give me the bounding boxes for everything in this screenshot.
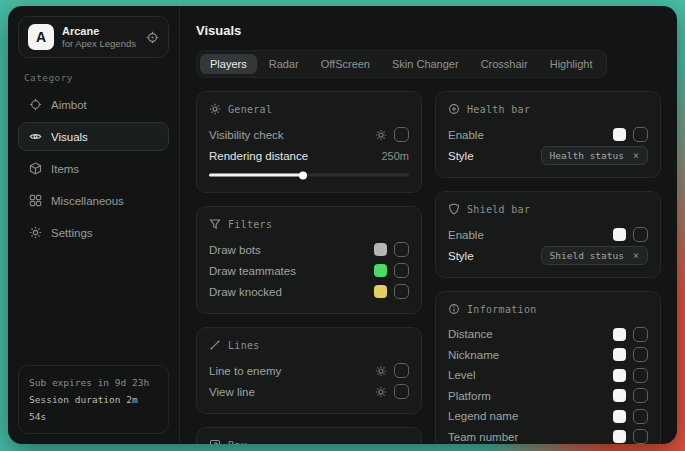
slider-fill [209,174,303,177]
sidebar-item-label: Visuals [51,131,88,143]
setting-row-shield-style: Style Shield status × [448,245,648,266]
draw-knocked-checkbox[interactable] [394,284,409,299]
color-swatch[interactable] [613,369,626,382]
section-title: Filters [228,219,272,230]
gear-icon[interactable] [375,365,387,377]
health-style-select[interactable]: Health status × [541,146,648,165]
clear-icon[interactable]: × [633,151,639,161]
sidebar-item-label: Settings [51,227,93,239]
setting-row-health-style: Style Health status × [448,145,648,166]
line-to-enemy-checkbox[interactable] [394,363,409,378]
draw-teammates-checkbox[interactable] [394,263,409,278]
shield-icon [448,203,460,215]
gear-icon[interactable] [375,129,387,141]
section-title: General [228,104,272,115]
platform-checkbox[interactable] [633,388,648,403]
grid-icon [29,194,42,207]
color-swatch[interactable] [613,389,626,402]
rendering-distance-slider[interactable] [209,169,409,181]
setting-row-team-number: Team number [448,427,648,445]
legend-name-checkbox[interactable] [633,409,648,424]
sidebar-item-settings[interactable]: Settings [18,218,169,247]
box-icon [209,439,221,444]
color-swatch[interactable] [613,328,626,341]
sidebar-item-items[interactable]: Items [18,154,169,183]
sidebar: A Arcane for Apex Legends Category Aimbo… [8,6,180,444]
setting-row-shield-enable: Enable [448,224,648,245]
gear-icon [29,226,42,239]
color-swatch[interactable] [374,243,387,256]
sun-icon [209,103,221,115]
category-label: Category [24,72,163,83]
select-value: Shield status [550,250,624,261]
color-swatch[interactable] [613,430,626,443]
section-title: Shield bar [467,204,530,215]
app-window: A Arcane for Apex Legends Category Aimbo… [8,6,677,444]
tab-players[interactable]: Players [200,54,257,74]
section-title: Lines [228,340,260,351]
tab-bar: Players Radar OffScreen Skin Changer Cro… [196,50,607,78]
tab-highlight[interactable]: Highlight [540,54,603,74]
funnel-icon [209,218,221,230]
app-name: Arcane [62,25,136,37]
team-number-checkbox[interactable] [633,429,648,444]
crosshair-icon [29,98,42,111]
draw-bots-checkbox[interactable] [394,242,409,257]
left-column: General Visibility check [196,91,422,444]
tab-crosshair[interactable]: Crosshair [471,54,538,74]
visibility-check-checkbox[interactable] [394,127,409,142]
app-logo: A [28,24,54,50]
health-icon [448,103,460,115]
app-header-card: A Arcane for Apex Legends [18,16,169,58]
shield-style-select[interactable]: Shield status × [541,246,648,265]
page-title: Visuals [196,23,661,38]
distance-checkbox[interactable] [633,327,648,342]
color-swatch[interactable] [374,285,387,298]
shield-enable-checkbox[interactable] [633,227,648,242]
color-swatch[interactable] [613,410,626,423]
color-swatch[interactable] [613,348,626,361]
setting-row-visibility-check: Visibility check [209,124,409,145]
select-value: Health status [550,150,624,161]
view-line-checkbox[interactable] [394,384,409,399]
cube-icon [29,162,42,175]
sidebar-item-aimbot[interactable]: Aimbot [18,90,169,119]
section-health-bar: Health bar Enable Style Health status [435,91,661,178]
section-box: Box Enable Enable background [196,427,422,444]
setting-row-draw-teammates: Draw teammates [209,260,409,281]
tab-offscreen[interactable]: OffScreen [311,54,380,74]
right-column: Health bar Enable Style Health status [435,91,661,444]
color-swatch[interactable] [613,228,626,241]
setting-row-level: Level [448,365,648,386]
target-icon[interactable] [146,31,159,44]
color-swatch[interactable] [374,264,387,277]
sidebar-item-label: Items [51,163,79,175]
tab-skin-changer[interactable]: Skin Changer [382,54,469,74]
section-shield-bar: Shield bar Enable Style Shield status [435,191,661,278]
section-title: Information [467,304,537,315]
main-panel: Visuals Players Radar OffScreen Skin Cha… [180,6,677,444]
section-general: General Visibility check [196,91,422,193]
section-lines: Lines Line to enemy [196,327,422,414]
app-subtitle: for Apex Legends [62,38,136,49]
eye-scan-icon [29,130,42,143]
color-swatch[interactable] [613,128,626,141]
sidebar-item-miscellaneous[interactable]: Miscellaneous [18,186,169,215]
session-duration-text: Session duration 2m 54s [29,391,158,425]
sidebar-item-visuals[interactable]: Visuals [18,122,169,151]
sidebar-item-label: Aimbot [51,99,87,111]
tab-radar[interactable]: Radar [259,54,309,74]
nickname-checkbox[interactable] [633,347,648,362]
rendering-distance-value: 250m [381,150,409,162]
subscription-status-card: Sub expires in 9d 23h Session duration 2… [18,365,169,434]
slider-thumb[interactable] [299,171,307,179]
info-icon [448,303,460,315]
section-title: Health bar [467,104,530,115]
clear-icon[interactable]: × [633,251,639,261]
level-checkbox[interactable] [633,368,648,383]
section-information: Information Distance Nickname [435,291,661,444]
setting-row-rendering-distance: Rendering distance 250m [209,145,409,166]
health-enable-checkbox[interactable] [633,127,648,142]
setting-row-draw-knocked: Draw knocked [209,281,409,302]
gear-icon[interactable] [375,386,387,398]
